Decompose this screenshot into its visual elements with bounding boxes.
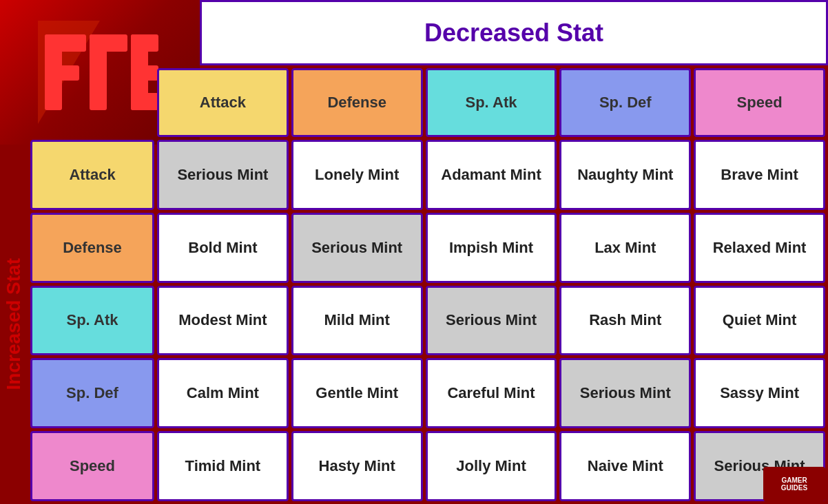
main-container: Decreased Stat Increased Stat Attack Def…	[0, 0, 828, 504]
corner-cell	[30, 68, 154, 137]
mint-cell-4-3[interactable]: Naive Mint	[559, 431, 691, 501]
mint-cell-0-3[interactable]: Naughty Mint	[559, 140, 691, 210]
mint-cell-2-2[interactable]: Serious Mint	[426, 286, 557, 356]
mint-cell-1-1[interactable]: Serious Mint	[291, 213, 423, 283]
row-header-defense: Defense	[30, 213, 154, 283]
mint-cell-2-4[interactable]: Quiet Mint	[694, 286, 825, 356]
mint-cell-0-4[interactable]: Brave Mint	[694, 140, 825, 210]
mint-cell-0-0[interactable]: Serious Mint	[157, 140, 289, 210]
decreased-stat-header: Decreased Stat	[200, 0, 828, 65]
mint-cell-0-1[interactable]: Lonely Mint	[291, 140, 423, 210]
svg-rect-7	[131, 34, 158, 52]
mint-cell-4-2[interactable]: Jolly Mint	[426, 431, 557, 501]
increased-stat-label-container: Increased Stat	[0, 145, 28, 504]
mint-cell-3-4[interactable]: Sassy Mint	[694, 358, 825, 428]
mint-cell-2-1[interactable]: Mild Mint	[291, 286, 423, 356]
mint-cell-3-1[interactable]: Gentle Mint	[291, 358, 423, 428]
row-header-speed: Speed	[30, 431, 154, 501]
mint-cell-3-0[interactable]: Calm Mint	[157, 358, 289, 428]
col-header-speed: Speed	[694, 68, 825, 137]
decreased-stat-label: Decreased Stat	[424, 19, 603, 48]
mint-cell-1-2[interactable]: Impish Mint	[426, 213, 557, 283]
mint-cell-1-4[interactable]: Relaxed Mint	[694, 213, 825, 283]
mint-cell-1-3[interactable]: Lax Mint	[559, 213, 691, 283]
svg-rect-2	[45, 34, 86, 52]
increased-stat-label: Increased Stat	[3, 258, 25, 390]
mint-grid: Attack Defense Sp. Atk Sp. Def Speed Att…	[28, 65, 828, 504]
svg-rect-5	[90, 34, 127, 52]
col-header-spatk: Sp. Atk	[426, 68, 557, 137]
col-header-spdef: Sp. Def	[559, 68, 691, 137]
mint-cell-1-0[interactable]: Bold Mint	[157, 213, 289, 283]
col-header-defense: Defense	[291, 68, 423, 137]
watermark: GAMERGUIDES	[763, 467, 825, 501]
watermark-text: GAMERGUIDES	[781, 476, 807, 492]
mint-cell-2-0[interactable]: Modest Mint	[157, 286, 289, 356]
row-header-attack: Attack	[30, 140, 154, 210]
mint-cell-3-2[interactable]: Careful Mint	[426, 358, 557, 428]
col-header-attack: Attack	[157, 68, 289, 137]
mint-cell-2-3[interactable]: Rash Mint	[559, 286, 691, 356]
mint-cell-0-2[interactable]: Adamant Mint	[426, 140, 557, 210]
row-header-spdef: Sp. Def	[30, 358, 154, 428]
mint-cell-4-1[interactable]: Hasty Mint	[291, 431, 423, 501]
mint-cell-3-3[interactable]: Serious Mint	[559, 358, 691, 428]
row-header-spatk: Sp. Atk	[30, 286, 154, 356]
mint-cell-4-0[interactable]: Timid Mint	[157, 431, 289, 501]
